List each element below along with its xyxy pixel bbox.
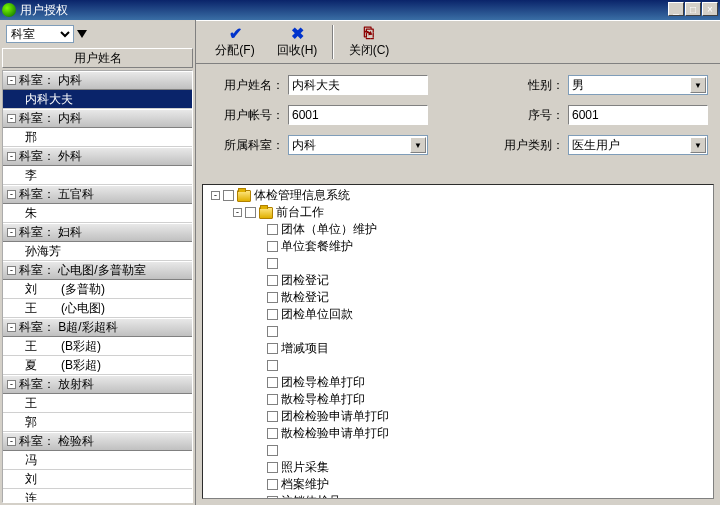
user-row[interactable]: 冯 bbox=[3, 451, 192, 470]
dept-group[interactable]: -科室： 内科 bbox=[3, 109, 192, 128]
checkbox[interactable] bbox=[267, 428, 278, 439]
minus-icon[interactable]: - bbox=[7, 228, 16, 237]
perm-node[interactable]: 团检单位回款 bbox=[205, 306, 711, 323]
checkbox[interactable] bbox=[267, 377, 278, 388]
perm-node[interactable] bbox=[205, 357, 711, 374]
usertype-select[interactable]: 医生用户▼ bbox=[568, 135, 708, 155]
permission-tree[interactable]: -体检管理信息系统-前台工作团体（单位）维护单位套餐维护团检登记散检登记团检单位… bbox=[202, 184, 714, 499]
perm-node[interactable]: 团检检验申请单打印 bbox=[205, 408, 711, 425]
minus-icon[interactable]: - bbox=[7, 76, 16, 85]
account-field[interactable]: 6001 bbox=[288, 105, 428, 125]
checkbox[interactable] bbox=[267, 241, 278, 252]
checkbox[interactable] bbox=[267, 394, 278, 405]
perm-label: 散检导检单打印 bbox=[281, 391, 365, 408]
perm-node[interactable]: 散检导检单打印 bbox=[205, 391, 711, 408]
close-form-button[interactable]: ⎘ 关闭(C) bbox=[338, 22, 400, 62]
checkbox[interactable] bbox=[267, 445, 278, 456]
left-panel: 科室 用户姓名 -科室： 内科内科大夫-科室： 内科邢-科室： 外科李-科室： … bbox=[0, 20, 196, 505]
perm-label: 散检登记 bbox=[281, 289, 329, 306]
perm-node[interactable] bbox=[205, 255, 711, 272]
maximize-button[interactable]: □ bbox=[685, 2, 701, 16]
minus-icon[interactable]: - bbox=[7, 114, 16, 123]
user-row[interactable]: 刘 (多普勒) bbox=[3, 280, 192, 299]
checkbox[interactable] bbox=[245, 207, 256, 218]
user-row[interactable]: 王 bbox=[3, 394, 192, 413]
perm-node[interactable]: 团检登记 bbox=[205, 272, 711, 289]
checkbox[interactable] bbox=[267, 326, 278, 337]
dept-label: 科室： 内科 bbox=[19, 72, 82, 89]
recycle-button[interactable]: ✖ 回收(H) bbox=[266, 22, 328, 62]
dept-label: 科室： 妇科 bbox=[19, 224, 82, 241]
gender-select[interactable]: 男▼ bbox=[568, 75, 708, 95]
checkbox[interactable] bbox=[267, 496, 278, 499]
user-row[interactable]: 王 (B彩超) bbox=[3, 337, 192, 356]
perm-node[interactable]: 团体（单位）维护 bbox=[205, 221, 711, 238]
perm-node[interactable]: 单位套餐维护 bbox=[205, 238, 711, 255]
filter-dropdown-icon[interactable] bbox=[77, 30, 87, 38]
user-row[interactable]: 王 (心电图) bbox=[3, 299, 192, 318]
minus-icon[interactable]: - bbox=[7, 190, 16, 199]
perm-node[interactable]: 散检登记 bbox=[205, 289, 711, 306]
minus-icon[interactable]: - bbox=[211, 191, 220, 200]
titlebar: 用户授权 _ □ × bbox=[0, 0, 720, 20]
user-row[interactable]: 刘 bbox=[3, 470, 192, 489]
checkbox[interactable] bbox=[223, 190, 234, 201]
checkbox[interactable] bbox=[267, 275, 278, 286]
checkbox[interactable] bbox=[267, 411, 278, 422]
user-tree[interactable]: -科室： 内科内科大夫-科室： 内科邢-科室： 外科李-科室： 五官科朱-科室：… bbox=[2, 70, 193, 503]
perm-label: 团检登记 bbox=[281, 272, 329, 289]
user-row[interactable]: 郭 bbox=[3, 413, 192, 432]
dept-group[interactable]: -科室： 妇科 bbox=[3, 223, 192, 242]
checkbox[interactable] bbox=[267, 343, 278, 354]
checkbox[interactable] bbox=[267, 309, 278, 320]
minus-icon[interactable]: - bbox=[7, 323, 16, 332]
minus-icon[interactable]: - bbox=[7, 152, 16, 161]
username-field[interactable]: 内科大夫 bbox=[288, 75, 428, 95]
checkbox[interactable] bbox=[267, 479, 278, 490]
user-row[interactable]: 李 bbox=[3, 166, 192, 185]
perm-node[interactable]: 团检导检单打印 bbox=[205, 374, 711, 391]
seq-field[interactable]: 6001 bbox=[568, 105, 708, 125]
perm-node[interactable]: 增减项目 bbox=[205, 340, 711, 357]
minus-icon[interactable]: - bbox=[7, 266, 16, 275]
dept-group[interactable]: -科室： 放射科 bbox=[3, 375, 192, 394]
perm-node[interactable]: 注销体检号 bbox=[205, 493, 711, 499]
perm-node[interactable] bbox=[205, 323, 711, 340]
dept-group[interactable]: -科室： 检验科 bbox=[3, 432, 192, 451]
dept-group[interactable]: -科室： 五官科 bbox=[3, 185, 192, 204]
checkbox[interactable] bbox=[267, 360, 278, 371]
user-row[interactable]: 连 bbox=[3, 489, 192, 503]
perm-node[interactable]: 档案维护 bbox=[205, 476, 711, 493]
user-row[interactable]: 夏 (B彩超) bbox=[3, 356, 192, 375]
user-row[interactable]: 内科大夫 bbox=[3, 90, 192, 109]
minimize-button[interactable]: _ bbox=[668, 2, 684, 16]
dept-group[interactable]: -科室： B超/彩超科 bbox=[3, 318, 192, 337]
checkbox[interactable] bbox=[267, 462, 278, 473]
user-row[interactable]: 孙海芳 bbox=[3, 242, 192, 261]
perm-node[interactable]: -前台工作 bbox=[205, 204, 711, 221]
close-button[interactable]: × bbox=[702, 2, 718, 16]
dept-group[interactable]: -科室： 心电图/多普勒室 bbox=[3, 261, 192, 280]
perm-node[interactable] bbox=[205, 442, 711, 459]
dept-group[interactable]: -科室： 外科 bbox=[3, 147, 192, 166]
window-title: 用户授权 bbox=[20, 2, 68, 19]
assign-button[interactable]: ✔ 分配(F) bbox=[204, 22, 266, 62]
perm-node[interactable]: 照片采集 bbox=[205, 459, 711, 476]
toolbar: ✔ 分配(F) ✖ 回收(H) ⎘ 关闭(C) bbox=[196, 20, 720, 64]
minus-icon[interactable]: - bbox=[233, 208, 242, 217]
checkbox[interactable] bbox=[267, 292, 278, 303]
dept-label: 科室： B超/彩超科 bbox=[19, 319, 118, 336]
dept-filter-select[interactable]: 科室 bbox=[6, 25, 74, 43]
user-row[interactable]: 邢 bbox=[3, 128, 192, 147]
minus-icon[interactable]: - bbox=[7, 437, 16, 446]
checkbox[interactable] bbox=[267, 224, 278, 235]
perm-label: 前台工作 bbox=[276, 204, 324, 221]
user-row[interactable]: 朱 bbox=[3, 204, 192, 223]
minus-icon[interactable]: - bbox=[7, 380, 16, 389]
perm-node[interactable]: 散检检验申请单打印 bbox=[205, 425, 711, 442]
checkbox[interactable] bbox=[267, 258, 278, 269]
perm-node[interactable]: -体检管理信息系统 bbox=[205, 187, 711, 204]
door-icon: ⎘ bbox=[360, 25, 378, 41]
dept-select[interactable]: 内科▼ bbox=[288, 135, 428, 155]
dept-group[interactable]: -科室： 内科 bbox=[3, 71, 192, 90]
